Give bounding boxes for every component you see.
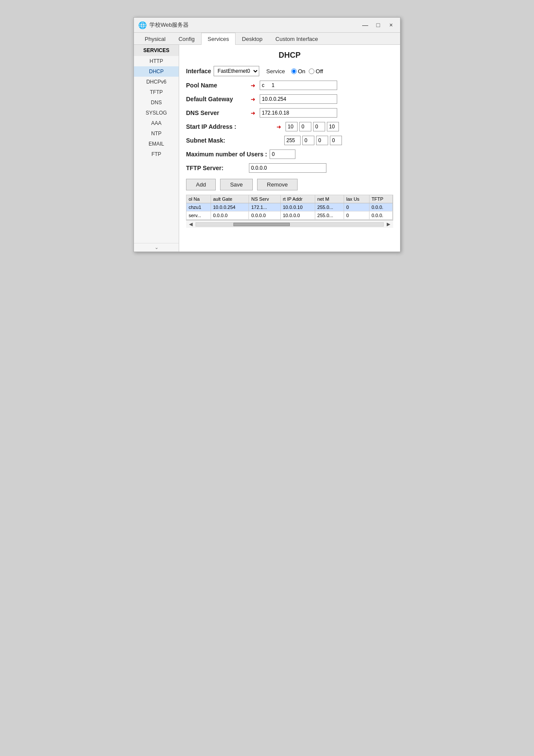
service-off-option[interactable]: Off [309, 68, 323, 75]
main-content: SERVICES HTTP DHCP DHCPv6 TFTP DNS SYSLO… [134, 45, 400, 252]
col-max-users: lax Us [344, 195, 369, 203]
col-tftp: TFTP [369, 195, 392, 203]
tab-config[interactable]: Config [172, 33, 201, 45]
app-icon: 🌐 [138, 21, 147, 29]
default-gateway-input[interactable] [260, 94, 337, 104]
table-row[interactable]: chzu110.0.0.254172.1...10.0.0.10255.0...… [186, 203, 393, 212]
sidebar-item-ntp[interactable]: NTP [134, 128, 179, 139]
subnet-3[interactable] [316, 136, 328, 145]
dns-server-input[interactable] [260, 108, 337, 118]
start-ip-arrow: ➜ [276, 124, 281, 130]
sidebar-item-aaa[interactable]: AAA [134, 118, 179, 128]
pool-name-label: Pool Name [186, 82, 246, 89]
table-row[interactable]: serv...0.0.0.00.0.0.010.0.0.0255.0...00.… [186, 212, 393, 220]
application-window: 🌐 学校Web服务器 — □ × Physical Config Service… [134, 17, 400, 252]
sidebar-item-ftp[interactable]: FTP [134, 149, 179, 159]
start-ip-4[interactable] [327, 122, 339, 131]
service-on-option[interactable]: On [291, 68, 305, 75]
table-cell: serv... [186, 212, 211, 220]
subnet-mask-fields [284, 136, 342, 145]
horizontal-scrollbar[interactable]: ◀ ▶ [186, 220, 393, 228]
service-off-label: Off [316, 68, 323, 75]
interface-select[interactable]: FastEthernet0 [214, 66, 259, 76]
right-panel: DHCP Interface FastEthernet0 Service On … [179, 45, 400, 252]
minimize-button[interactable]: — [360, 20, 370, 30]
interface-row: Interface FastEthernet0 Service On Off [186, 66, 393, 76]
start-ip-2[interactable] [299, 122, 311, 131]
default-gateway-row: Default Gateway ➜ [186, 94, 393, 104]
scroll-thumb[interactable] [233, 223, 290, 226]
tftp-server-input[interactable] [249, 163, 326, 173]
remove-button[interactable]: Remove [257, 179, 298, 190]
sidebar-header: SERVICES [134, 45, 179, 56]
sidebar-item-dhcpv6[interactable]: DHCPv6 [134, 77, 179, 87]
service-off-radio[interactable] [309, 68, 314, 74]
tftp-server-row: TFTP Server: [186, 163, 393, 173]
default-gateway-label: Default Gateway [186, 96, 246, 103]
tftp-server-label: TFTP Server: [186, 165, 246, 171]
subnet-4[interactable] [330, 136, 342, 145]
tab-desktop[interactable]: Desktop [236, 33, 269, 45]
scroll-right-arrow[interactable]: ▶ [385, 221, 391, 227]
start-ip-3[interactable] [313, 122, 325, 131]
title-bar: 🌐 学校Web服务器 — □ × [134, 18, 400, 33]
table-cell: 0.0.0.0 [249, 212, 280, 220]
subnet-2[interactable] [302, 136, 314, 145]
sidebar-item-dhcp[interactable]: DHCP [134, 66, 179, 77]
title-bar-left: 🌐 学校Web服务器 [138, 21, 189, 29]
table-cell: 255.0... [315, 203, 344, 212]
table-cell: 10.0.0.254 [211, 203, 249, 212]
table-cell: 255.0... [315, 212, 344, 220]
start-ip-1[interactable] [286, 122, 298, 131]
table-cell: 0.0.0. [369, 212, 392, 220]
max-users-row: Maximum number of Users : [186, 149, 393, 159]
table-header-row: ol Na ault Gate NS Serv rt IP Addr net M… [186, 195, 393, 203]
tab-physical[interactable]: Physical [138, 33, 172, 45]
maximize-button[interactable]: □ [373, 20, 383, 30]
start-ip-fields [286, 122, 339, 131]
dns-server-row: DNS Server ➜ [186, 108, 393, 118]
table-cell: 10.0.0.10 [280, 203, 315, 212]
start-ip-row: Start IP Address : ➜ [186, 122, 393, 131]
add-button[interactable]: Add [186, 179, 216, 190]
pool-name-row: Pool Name ➜ [186, 81, 393, 90]
sidebar-item-http[interactable]: HTTP [134, 56, 179, 66]
default-gateway-arrow: ➜ [251, 96, 255, 103]
subnet-mask-label: Subnet Mask: [186, 137, 272, 144]
window-title: 学校Web服务器 [149, 21, 189, 29]
pool-name-arrow: ➜ [251, 82, 255, 89]
sidebar-item-dns[interactable]: DNS [134, 97, 179, 108]
pool-name-input[interactable] [260, 81, 337, 90]
interface-label: Interface [186, 68, 211, 75]
service-radio-group: On Off [291, 68, 323, 75]
sidebar-item-tftp[interactable]: TFTP [134, 87, 179, 97]
window-controls: — □ × [360, 20, 396, 30]
subnet-mask-row: Subnet Mask: [186, 136, 393, 145]
sidebar-scroll: SERVICES HTTP DHCP DHCPv6 TFTP DNS SYSLO… [134, 45, 179, 243]
tab-custom-interface[interactable]: Custom Interface [269, 33, 325, 45]
max-users-label: Maximum number of Users : [186, 151, 267, 158]
col-subnet: net M [315, 195, 344, 203]
table-cell: 0.0.0.0 [211, 212, 249, 220]
table-cell: chzu1 [186, 203, 211, 212]
dns-server-arrow: ➜ [251, 110, 255, 116]
col-start-ip: rt IP Addr [280, 195, 315, 203]
save-button[interactable]: Save [220, 179, 253, 190]
scroll-track[interactable] [196, 222, 384, 227]
sidebar-item-email[interactable]: EMAIL [134, 139, 179, 149]
panel-title: DHCP [186, 51, 393, 60]
table-cell: 0 [344, 203, 369, 212]
scroll-left-arrow[interactable]: ◀ [188, 221, 194, 227]
subnet-1[interactable] [284, 136, 301, 145]
service-on-radio[interactable] [291, 68, 297, 74]
service-label: Service [266, 68, 285, 75]
close-button[interactable]: × [386, 20, 396, 30]
sidebar-item-syslog[interactable]: SYSLOG [134, 108, 179, 118]
sidebar-scroll-down[interactable]: ⌄ [134, 243, 179, 252]
tab-services[interactable]: Services [201, 33, 236, 45]
button-row: Add Save Remove [186, 179, 393, 190]
table-cell: 10.0.0.0 [280, 212, 315, 220]
max-users-input[interactable] [270, 149, 295, 159]
col-gateway: ault Gate [211, 195, 249, 203]
dhcp-data-table: ol Na ault Gate NS Serv rt IP Addr net M… [186, 195, 393, 220]
